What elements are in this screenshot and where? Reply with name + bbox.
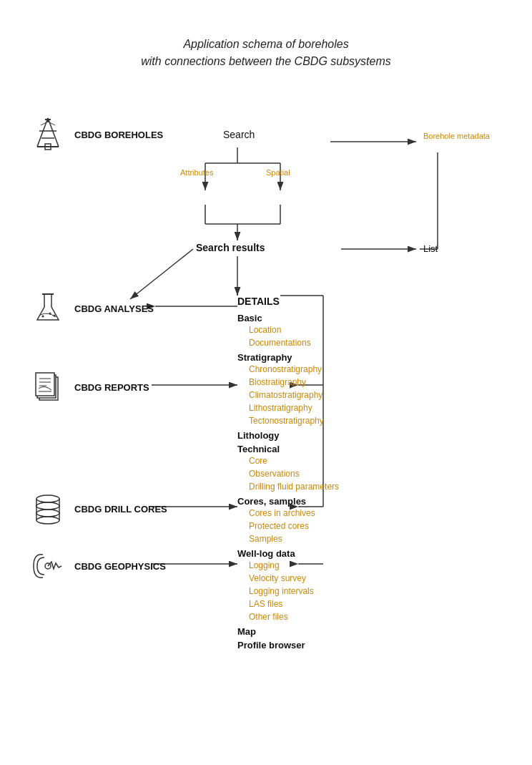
location-item: Location [237,323,339,336]
drilling-fluid-item: Drilling fluid parameters [237,480,339,493]
documentations-item: Documentations [237,336,339,349]
geophysics-icon [30,548,66,584]
technical-section: Technical [237,444,339,454]
samples-item: Samples [237,532,339,545]
svg-point-38 [49,313,51,315]
details-title: DETAILS [237,296,339,307]
biostratigraphy-item: Biostratigraphy [237,376,339,389]
boreholes-icon [30,117,66,152]
analyses-row: CBDG ANALYSES [30,291,154,326]
basic-section: Basic [237,313,339,323]
search-results-label: Search results [196,242,265,253]
logging-item: Logging [237,559,339,572]
svg-point-37 [42,316,44,318]
boreholes-label: CBDG BOREHOLES [74,130,163,140]
cores-archives-item: Cores in archives [237,507,339,520]
details-block: DETAILS Basic Location Documentations St… [237,296,339,651]
page: Application schema of boreholes with con… [0,0,532,765]
map-section: Map [237,626,339,637]
well-log-section: Well-log data [237,548,339,559]
list-label: List [423,243,438,254]
title-line1: Application schema of boreholes [14,36,518,53]
analyses-label: CBDG ANALYSES [74,303,154,314]
other-files-item: Other files [237,610,339,623]
borehole-metadata-label: Borehole metadata [423,131,490,142]
diagram: CBDG BOREHOLES Search Attributes Spatial… [16,99,516,765]
search-label: Search [223,129,255,140]
tectonostratigraphy-item: Tectonostratigraphy [237,414,339,427]
chronostratigraphy-item: Chronostratigraphy [237,363,339,376]
svg-point-47 [36,495,59,502]
svg-point-53 [36,510,59,517]
geophysics-label: CBDG GEOPHYSICS [74,561,166,572]
velocity-survey-item: Velocity survey [237,572,339,585]
drillcores-icon [30,491,66,527]
climatostratigraphy-item: Climatostratigraphy [237,389,339,401]
spatial-label: Spatial [266,168,290,177]
drillcores-label: CBDG DRILL CORES [74,504,167,515]
title-line2: with connections between the CBDG subsys… [14,53,518,70]
protected-cores-item: Protected cores [237,520,339,532]
svg-point-39 [54,315,56,317]
las-files-item: LAS files [237,598,339,610]
reports-icon [30,369,66,405]
svg-rect-42 [36,373,54,396]
observations-item: Observations [237,467,339,480]
title-block: Application schema of boreholes with con… [14,36,518,70]
boreholes-row: CBDG BOREHOLES [30,117,163,152]
lithology-section: Lithology [237,430,339,441]
logging-intervals-item: Logging intervals [237,585,339,598]
svg-point-50 [36,502,59,510]
attributes-label: Attributes [180,168,213,177]
svg-point-56 [36,517,59,524]
geophysics-row: CBDG GEOPHYSICS [30,548,166,584]
reports-label: CBDG REPORTS [74,382,149,393]
stratigraphy-section: Stratigraphy [237,352,339,363]
analyses-icon [30,291,66,326]
lithostratigraphy-item: Lithostratigraphy [237,401,339,414]
reports-row: CBDG REPORTS [30,369,149,405]
cores-samples-section: Cores, samples [237,496,339,507]
profile-browser-section: Profile browser [237,640,339,651]
core-item: Core [237,454,339,467]
drillcores-row: CBDG DRILL CORES [30,491,167,527]
